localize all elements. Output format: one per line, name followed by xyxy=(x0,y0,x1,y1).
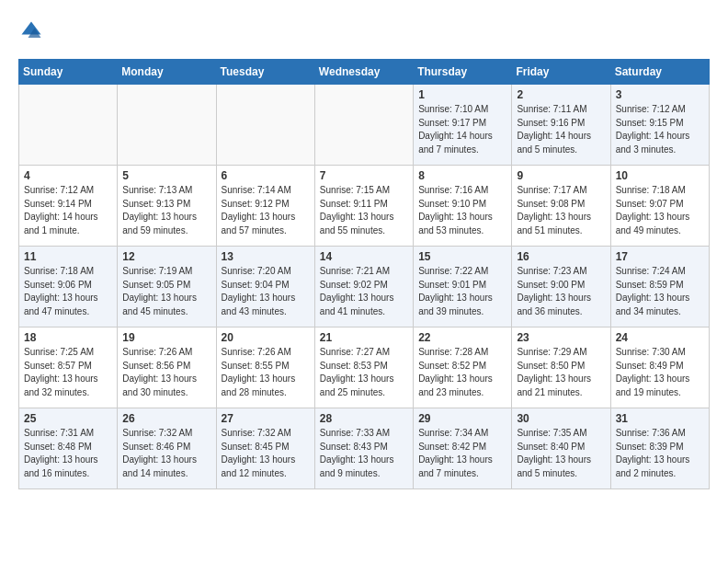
day-cell: 25Sunrise: 7:31 AM Sunset: 8:48 PM Dayli… xyxy=(19,408,118,489)
day-cell: 8Sunrise: 7:16 AM Sunset: 9:10 PM Daylig… xyxy=(414,166,512,247)
day-cell: 5Sunrise: 7:13 AM Sunset: 9:13 PM Daylig… xyxy=(118,166,216,247)
day-cell: 18Sunrise: 7:25 AM Sunset: 8:57 PM Dayli… xyxy=(19,327,118,408)
logo xyxy=(18,18,48,44)
day-cell: 22Sunrise: 7:28 AM Sunset: 8:52 PM Dayli… xyxy=(414,327,512,408)
day-number: 6 xyxy=(222,169,310,182)
col-friday: Friday xyxy=(512,60,610,85)
day-info: Sunrise: 7:14 AM Sunset: 9:12 PM Dayligh… xyxy=(222,184,310,237)
day-info: Sunrise: 7:29 AM Sunset: 8:50 PM Dayligh… xyxy=(517,346,605,399)
day-number: 30 xyxy=(517,412,605,425)
day-number: 19 xyxy=(122,331,210,344)
day-number: 10 xyxy=(616,169,704,182)
day-cell: 31Sunrise: 7:36 AM Sunset: 8:39 PM Dayli… xyxy=(610,408,709,489)
day-number: 1 xyxy=(418,88,506,101)
day-number: 2 xyxy=(517,88,605,101)
day-info: Sunrise: 7:21 AM Sunset: 9:02 PM Dayligh… xyxy=(320,265,408,318)
svg-marker-0 xyxy=(22,22,41,35)
day-info: Sunrise: 7:31 AM Sunset: 8:48 PM Dayligh… xyxy=(24,427,112,480)
day-cell: 28Sunrise: 7:33 AM Sunset: 8:43 PM Dayli… xyxy=(314,408,413,489)
day-info: Sunrise: 7:13 AM Sunset: 9:13 PM Dayligh… xyxy=(122,184,210,237)
day-cell: 1Sunrise: 7:10 AM Sunset: 9:17 PM Daylig… xyxy=(414,85,512,166)
day-info: Sunrise: 7:10 AM Sunset: 9:17 PM Dayligh… xyxy=(418,103,506,156)
day-number: 31 xyxy=(616,412,704,425)
day-info: Sunrise: 7:34 AM Sunset: 8:42 PM Dayligh… xyxy=(418,427,506,480)
day-number: 9 xyxy=(517,169,605,182)
week-row-3: 11Sunrise: 7:18 AM Sunset: 9:06 PM Dayli… xyxy=(19,247,710,327)
day-number: 14 xyxy=(320,250,408,263)
week-row-5: 25Sunrise: 7:31 AM Sunset: 8:48 PM Dayli… xyxy=(19,408,710,489)
day-info: Sunrise: 7:32 AM Sunset: 8:46 PM Dayligh… xyxy=(122,427,210,480)
day-number: 27 xyxy=(222,412,310,425)
day-number: 20 xyxy=(222,331,310,344)
day-number: 21 xyxy=(320,331,408,344)
week-row-1: 1Sunrise: 7:10 AM Sunset: 9:17 PM Daylig… xyxy=(19,85,710,166)
calendar-header: Sunday Monday Tuesday Wednesday Thursday… xyxy=(19,60,710,85)
page-header xyxy=(18,18,710,44)
day-number: 24 xyxy=(616,331,704,344)
day-cell: 19Sunrise: 7:26 AM Sunset: 8:56 PM Dayli… xyxy=(118,327,216,408)
day-cell: 13Sunrise: 7:20 AM Sunset: 9:04 PM Dayli… xyxy=(216,247,314,327)
day-cell: 15Sunrise: 7:22 AM Sunset: 9:01 PM Dayli… xyxy=(414,247,512,327)
day-cell: 20Sunrise: 7:26 AM Sunset: 8:55 PM Dayli… xyxy=(216,327,314,408)
day-cell xyxy=(314,85,413,166)
day-cell xyxy=(19,85,118,166)
day-info: Sunrise: 7:33 AM Sunset: 8:43 PM Dayligh… xyxy=(320,427,408,480)
day-cell: 29Sunrise: 7:34 AM Sunset: 8:42 PM Dayli… xyxy=(414,408,512,489)
day-cell: 27Sunrise: 7:32 AM Sunset: 8:45 PM Dayli… xyxy=(216,408,314,489)
day-cell: 26Sunrise: 7:32 AM Sunset: 8:46 PM Dayli… xyxy=(118,408,216,489)
day-info: Sunrise: 7:24 AM Sunset: 8:59 PM Dayligh… xyxy=(616,265,704,318)
day-info: Sunrise: 7:11 AM Sunset: 9:16 PM Dayligh… xyxy=(517,103,605,156)
day-number: 11 xyxy=(24,250,112,263)
day-number: 3 xyxy=(616,88,704,101)
day-cell: 7Sunrise: 7:15 AM Sunset: 9:11 PM Daylig… xyxy=(314,166,413,247)
day-info: Sunrise: 7:17 AM Sunset: 9:08 PM Dayligh… xyxy=(517,184,605,237)
day-number: 17 xyxy=(616,250,704,263)
day-cell: 10Sunrise: 7:18 AM Sunset: 9:07 PM Dayli… xyxy=(610,166,709,247)
week-row-2: 4Sunrise: 7:12 AM Sunset: 9:14 PM Daylig… xyxy=(19,166,710,247)
day-info: Sunrise: 7:32 AM Sunset: 8:45 PM Dayligh… xyxy=(222,427,310,480)
day-cell: 4Sunrise: 7:12 AM Sunset: 9:14 PM Daylig… xyxy=(19,166,118,247)
day-number: 4 xyxy=(24,169,112,182)
day-cell xyxy=(118,85,216,166)
col-thursday: Thursday xyxy=(414,60,512,85)
day-info: Sunrise: 7:26 AM Sunset: 8:56 PM Dayligh… xyxy=(122,346,210,399)
day-number: 7 xyxy=(320,169,408,182)
day-info: Sunrise: 7:25 AM Sunset: 8:57 PM Dayligh… xyxy=(24,346,112,399)
day-info: Sunrise: 7:36 AM Sunset: 8:39 PM Dayligh… xyxy=(616,427,704,480)
col-monday: Monday xyxy=(118,60,216,85)
day-info: Sunrise: 7:27 AM Sunset: 8:53 PM Dayligh… xyxy=(320,346,408,399)
day-number: 15 xyxy=(418,250,506,263)
day-cell: 11Sunrise: 7:18 AM Sunset: 9:06 PM Dayli… xyxy=(19,247,118,327)
header-row: Sunday Monday Tuesday Wednesday Thursday… xyxy=(19,60,710,85)
day-number: 8 xyxy=(418,169,506,182)
day-info: Sunrise: 7:26 AM Sunset: 8:55 PM Dayligh… xyxy=(222,346,310,399)
day-info: Sunrise: 7:35 AM Sunset: 8:40 PM Dayligh… xyxy=(517,427,605,480)
day-cell: 24Sunrise: 7:30 AM Sunset: 8:49 PM Dayli… xyxy=(610,327,709,408)
day-info: Sunrise: 7:18 AM Sunset: 9:07 PM Dayligh… xyxy=(616,184,704,237)
day-info: Sunrise: 7:22 AM Sunset: 9:01 PM Dayligh… xyxy=(418,265,506,318)
day-cell: 17Sunrise: 7:24 AM Sunset: 8:59 PM Dayli… xyxy=(610,247,709,327)
day-info: Sunrise: 7:18 AM Sunset: 9:06 PM Dayligh… xyxy=(24,265,112,318)
day-cell: 30Sunrise: 7:35 AM Sunset: 8:40 PM Dayli… xyxy=(512,408,610,489)
day-info: Sunrise: 7:20 AM Sunset: 9:04 PM Dayligh… xyxy=(222,265,310,318)
day-number: 18 xyxy=(24,331,112,344)
day-info: Sunrise: 7:19 AM Sunset: 9:05 PM Dayligh… xyxy=(122,265,210,318)
day-number: 12 xyxy=(122,250,210,263)
day-info: Sunrise: 7:30 AM Sunset: 8:49 PM Dayligh… xyxy=(616,346,704,399)
day-info: Sunrise: 7:12 AM Sunset: 9:14 PM Dayligh… xyxy=(24,184,112,237)
day-cell: 2Sunrise: 7:11 AM Sunset: 9:16 PM Daylig… xyxy=(512,85,610,166)
logo-icon xyxy=(18,18,44,44)
day-cell: 12Sunrise: 7:19 AM Sunset: 9:05 PM Dayli… xyxy=(118,247,216,327)
day-cell: 6Sunrise: 7:14 AM Sunset: 9:12 PM Daylig… xyxy=(216,166,314,247)
col-wednesday: Wednesday xyxy=(314,60,413,85)
day-cell xyxy=(216,85,314,166)
day-number: 29 xyxy=(418,412,506,425)
day-info: Sunrise: 7:23 AM Sunset: 9:00 PM Dayligh… xyxy=(517,265,605,318)
day-info: Sunrise: 7:28 AM Sunset: 8:52 PM Dayligh… xyxy=(418,346,506,399)
day-info: Sunrise: 7:15 AM Sunset: 9:11 PM Dayligh… xyxy=(320,184,408,237)
day-number: 5 xyxy=(122,169,210,182)
day-number: 28 xyxy=(320,412,408,425)
col-tuesday: Tuesday xyxy=(216,60,314,85)
day-number: 22 xyxy=(418,331,506,344)
day-cell: 9Sunrise: 7:17 AM Sunset: 9:08 PM Daylig… xyxy=(512,166,610,247)
